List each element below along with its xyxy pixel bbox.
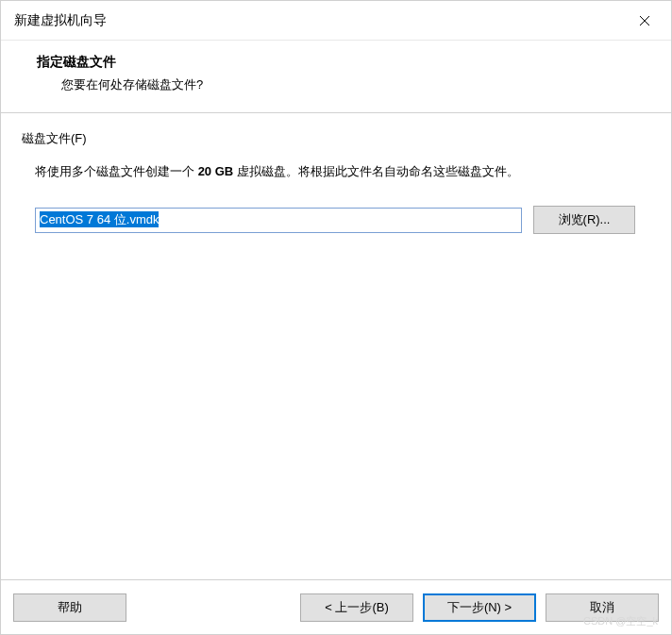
page-title: 指定磁盘文件 <box>37 54 658 71</box>
disk-description: 将使用多个磁盘文件创建一个 20 GB 虚拟磁盘。将根据此文件名自动命名这些磁盘… <box>22 160 650 183</box>
file-input-row: CentOS 7 64 位.vmdk 浏览(R)... <box>22 206 650 234</box>
description-post: 虚拟磁盘。将根据此文件名自动命名这些磁盘文件。 <box>233 164 519 178</box>
close-icon <box>639 15 650 26</box>
description-size: 20 GB <box>198 164 234 178</box>
cancel-button[interactable]: 取消 <box>546 593 659 622</box>
browse-button[interactable]: 浏览(R)... <box>533 206 635 234</box>
disk-file-input[interactable]: CentOS 7 64 位.vmdk <box>35 208 522 233</box>
content-area: 磁盘文件(F) 将使用多个磁盘文件创建一个 20 GB 虚拟磁盘。将根据此文件名… <box>1 113 671 234</box>
wizard-footer: 帮助 < 上一步(B) 下一步(N) > 取消 <box>1 579 671 634</box>
page-subtitle: 您要在何处存储磁盘文件? <box>37 76 658 93</box>
footer-left: 帮助 <box>13 593 126 622</box>
footer-right: < 上一步(B) 下一步(N) > 取消 <box>300 593 659 622</box>
window-title: 新建虚拟机向导 <box>14 12 107 29</box>
wizard-header: 指定磁盘文件 您要在何处存储磁盘文件? <box>1 41 671 112</box>
disk-file-label: 磁盘文件(F) <box>22 130 650 147</box>
next-button[interactable]: 下一步(N) > <box>423 593 536 622</box>
titlebar: 新建虚拟机向导 <box>1 1 671 41</box>
description-pre: 将使用多个磁盘文件创建一个 <box>35 164 198 178</box>
disk-file-value: CentOS 7 64 位.vmdk <box>40 211 159 227</box>
help-button[interactable]: 帮助 <box>13 593 126 622</box>
close-button[interactable] <box>631 8 658 34</box>
back-button[interactable]: < 上一步(B) <box>300 593 413 622</box>
